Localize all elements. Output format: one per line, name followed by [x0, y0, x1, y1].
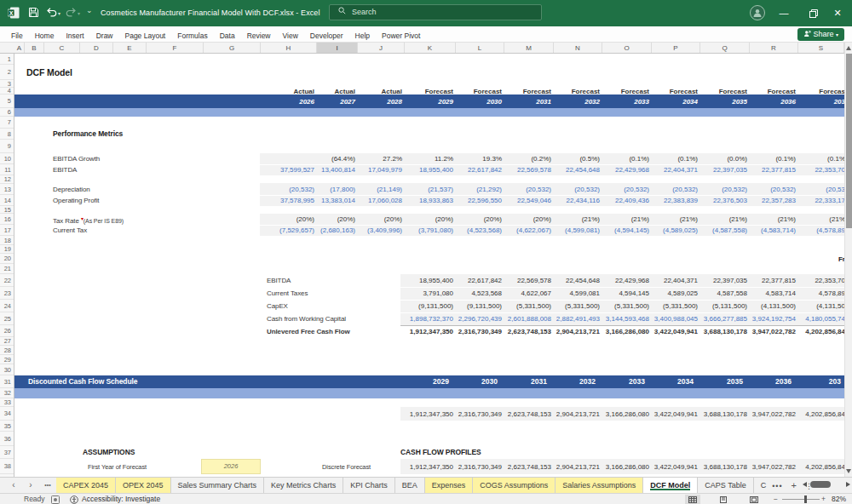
row-headers[interactable]: 1234567891011121314151617181920212223242…	[0, 54, 14, 477]
zoom-level[interactable]: 82%	[832, 494, 846, 504]
scroll-up-arrow[interactable]	[846, 46, 851, 50]
row-header-34[interactable]: 34	[0, 407, 14, 421]
column-header-D[interactable]: D	[80, 43, 113, 53]
row-header-4[interactable]: 4	[0, 88, 14, 94]
row-header-20[interactable]: 20	[0, 254, 14, 264]
qat-customize-icon[interactable]: ⌄	[86, 6, 93, 14]
row-header-7[interactable]: 7	[0, 117, 14, 129]
sheet-tab-capex-2045[interactable]: CAPEX 2045	[56, 478, 116, 493]
sheet-tab-dcf-model[interactable]: DCF Model	[643, 478, 698, 493]
row-header-15[interactable]: 15	[0, 206, 14, 214]
redo-icon[interactable]	[66, 7, 77, 18]
close-button[interactable]: ✕	[825, 0, 850, 26]
column-header-K[interactable]: K	[405, 43, 456, 53]
column-header-P[interactable]: P	[652, 43, 700, 53]
row-header-21[interactable]: 21	[0, 264, 14, 274]
view-page-break-button[interactable]	[746, 495, 762, 504]
search-box[interactable]: Search	[329, 4, 542, 20]
sheet-tab-cogs-assumptions[interactable]: COGS Assumptions	[473, 478, 556, 493]
undo-icon[interactable]	[46, 7, 57, 18]
view-page-layout-button[interactable]	[716, 495, 731, 504]
view-normal-button[interactable]	[685, 495, 700, 504]
row-header-9[interactable]: 9	[0, 140, 14, 153]
row-header-17[interactable]: 17	[0, 225, 14, 236]
hscroll-thumb[interactable]	[810, 481, 831, 488]
row-header-1[interactable]: 1	[0, 54, 14, 65]
sheet-tab-caps-table[interactable]: CAPS Table	[698, 478, 753, 493]
column-header-B[interactable]: B	[25, 43, 44, 53]
row-header-18[interactable]: 18	[0, 236, 14, 245]
row-header-2[interactable]: 2	[0, 65, 14, 80]
sheet-tab-salaries-assumptions[interactable]: Salaries Assumptions	[556, 478, 643, 493]
row-header-35[interactable]: 35	[0, 421, 14, 432]
row-header-27[interactable]: 27	[0, 337, 14, 346]
row-header-6[interactable]: 6	[0, 108, 14, 117]
row-header-29[interactable]: 29	[0, 355, 14, 364]
sheet-tab-bea[interactable]: BEA	[395, 478, 425, 493]
accessibility-status[interactable]: Accessibility: Investigate	[82, 494, 160, 504]
row-header-25[interactable]: 25	[0, 312, 14, 325]
row-header-38[interactable]: 38	[0, 459, 14, 474]
row-header-26[interactable]: 26	[0, 325, 14, 337]
column-header-A[interactable]: A	[14, 43, 25, 53]
undo-dropdown[interactable]: ▾	[58, 10, 60, 16]
sheet-nav-right[interactable]: ›	[22, 478, 39, 493]
row-header-19[interactable]: 19	[0, 245, 14, 254]
scroll-down-arrow[interactable]	[846, 469, 851, 473]
column-header-L[interactable]: L	[456, 43, 504, 53]
row-header-28[interactable]: 28	[0, 346, 14, 355]
row-header-8[interactable]: 8	[0, 129, 14, 140]
sheet-tab-kpi-charts[interactable]: KPI Charts	[343, 478, 395, 493]
row-header-33[interactable]: 33	[0, 398, 14, 407]
row-header-24[interactable]: 24	[0, 300, 14, 312]
column-header-E[interactable]: E	[113, 43, 147, 53]
zoom-slider-thumb[interactable]	[804, 495, 807, 503]
row-header-12[interactable]: 12	[0, 175, 14, 184]
sheet-tab-opex-2045[interactable]: OPEX 2045	[116, 478, 171, 493]
macro-record-icon[interactable]	[51, 495, 60, 504]
column-header-C[interactable]: C	[44, 43, 80, 53]
sheet-grid[interactable]: DCF ModelActual2026Actual2027Actual2028F…	[14, 54, 844, 477]
row-header-31[interactable]: 31	[0, 375, 14, 388]
column-header-S[interactable]: S	[798, 43, 844, 53]
hscroll-left-arrow[interactable]	[803, 482, 807, 487]
sheet-nav-left[interactable]: ‹	[5, 478, 22, 493]
excel-app-icon[interactable]: X	[8, 7, 20, 19]
sheet-tab-c[interactable]: C	[754, 478, 769, 493]
column-header-R[interactable]: R	[750, 43, 798, 53]
column-header-M[interactable]: M	[504, 43, 554, 53]
column-header-J[interactable]: J	[358, 43, 405, 53]
row-header-3[interactable]: 3	[0, 80, 14, 88]
row-header-10[interactable]: 10	[0, 153, 14, 164]
assumption-input-cell[interactable]: 2026	[201, 459, 261, 474]
hscroll-right-arrow[interactable]	[846, 482, 850, 487]
column-header-O[interactable]: O	[602, 43, 652, 53]
new-sheet-button[interactable]: +	[787, 480, 801, 490]
row-header-32[interactable]: 32	[0, 388, 14, 398]
sheet-nav-more[interactable]: •••	[39, 478, 56, 493]
row-header-13[interactable]: 13	[0, 184, 14, 195]
redo-dropdown[interactable]: ▾	[78, 10, 80, 16]
column-header-G[interactable]: G	[204, 43, 261, 53]
row-header-22[interactable]: 22	[0, 274, 14, 287]
row-header-5[interactable]: 5	[0, 94, 14, 108]
share-button[interactable]: Share ▾	[797, 28, 844, 41]
column-headers[interactable]: ABCDEFGHIJKLMNOPQRS	[0, 43, 852, 54]
row-header-23[interactable]: 23	[0, 287, 14, 300]
scrollbar-thumb[interactable]	[846, 54, 852, 228]
column-header-N[interactable]: N	[554, 43, 602, 53]
zoom-in-button[interactable]: +	[821, 494, 826, 504]
sheet-more-button[interactable]: •••	[768, 482, 786, 490]
row-header-37[interactable]: 37	[0, 446, 14, 459]
column-header-Q[interactable]: Q	[700, 43, 750, 53]
restore-button[interactable]	[801, 0, 826, 26]
column-header-F[interactable]: F	[147, 43, 204, 53]
row-header-36[interactable]: 36	[0, 432, 14, 446]
row-header-16[interactable]: 16	[0, 214, 14, 225]
row-header-30[interactable]: 30	[0, 364, 14, 375]
save-icon[interactable]	[28, 7, 39, 18]
sheet-tab-key-metrics-charts[interactable]: Key Metrics Charts	[264, 478, 343, 493]
row-header-14[interactable]: 14	[0, 195, 14, 206]
zoom-out-button[interactable]: −	[774, 494, 778, 504]
zoom-slider-track[interactable]	[782, 499, 820, 500]
